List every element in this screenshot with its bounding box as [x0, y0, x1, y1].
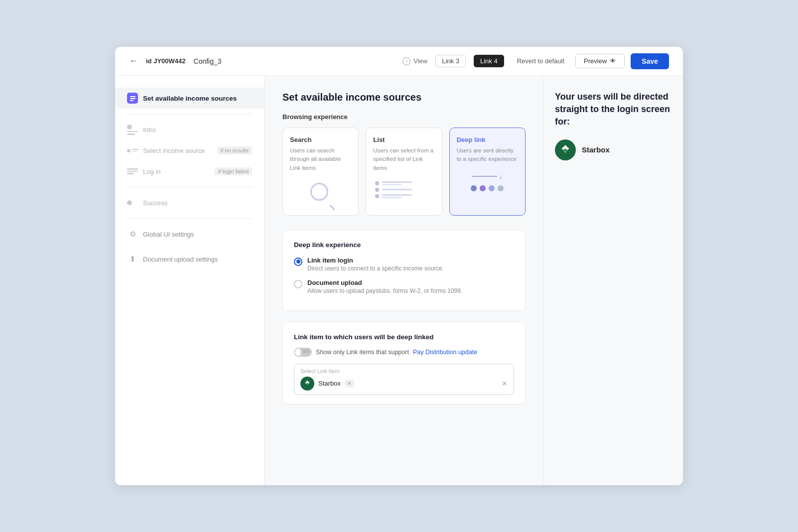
starbox-remove-tag[interactable]: ×: [345, 380, 354, 388]
radio-document-upload[interactable]: Document upload Allow users to upload pa…: [294, 279, 514, 294]
header-view: i View: [402, 57, 427, 65]
back-button[interactable]: ←: [129, 56, 138, 66]
deeplink-card-desc: Users are sent directly to a specific ex…: [457, 146, 518, 164]
radio-upload-content: Document upload Allow users to upload pa…: [307, 279, 462, 294]
toggle-off-label: OFF: [300, 349, 310, 355]
sidebar-step-label-select: Select income source: [143, 147, 205, 154]
radio-login-content: Link item login Direct users to connect …: [307, 257, 444, 272]
radio-circle-login: [294, 258, 302, 266]
sidebar-step-label-intro: Intro: [143, 126, 156, 133]
list-card[interactable]: List Users can select from a specified l…: [366, 128, 442, 216]
radio-login-label: Link item login: [307, 257, 444, 264]
svg-rect-2: [130, 100, 133, 101]
main-content: Set available income sources Browsing ex…: [265, 76, 543, 485]
clear-selection-button[interactable]: ✕: [502, 380, 508, 388]
search-illustration: [290, 178, 351, 208]
sidebar-active-item[interactable]: Set available income sources: [115, 88, 264, 109]
toggle-switch[interactable]: OFF: [294, 348, 312, 357]
header: ← id JY00W442 Config_3 i View Link 3 Lin…: [115, 47, 683, 76]
sidebar-global-ui[interactable]: ⚙ Global UI settings: [115, 224, 264, 245]
radio-circle-upload: [294, 280, 302, 288]
step-icon-login: [127, 166, 138, 177]
list-card-title: List: [373, 136, 434, 143]
sidebar-doc-label: Document upload settings: [143, 256, 218, 263]
search-card-desc: Users can search through all available L…: [290, 146, 351, 172]
page-title: Set available income sources: [282, 92, 526, 103]
settings-icon: ⚙: [127, 229, 138, 240]
sidebar-step-success[interactable]: Success: [115, 192, 264, 213]
toggle-row: OFF Show only Link items that support Pa…: [294, 348, 514, 357]
toggle-label: Show only Link items that support: [316, 349, 409, 356]
preview-button[interactable]: Preview 👁: [575, 54, 625, 68]
sidebar-doc-upload[interactable]: ⬆ Document upload settings: [115, 249, 264, 269]
select-link-value: Starbox × ✕: [300, 377, 508, 391]
sidebar-step-login[interactable]: Log in if login failed: [115, 161, 264, 182]
header-config: Config_3: [194, 57, 222, 65]
radio-login-desc: Direct users to connect to a specific in…: [307, 265, 444, 272]
save-button[interactable]: Save: [631, 53, 669, 69]
list-illustration: [373, 178, 434, 201]
search-card[interactable]: Search Users can search through all avai…: [282, 128, 359, 216]
sidebar-active-label: Set available income sources: [143, 95, 237, 102]
sidebar-step-select-income[interactable]: Select income source if no results: [115, 140, 264, 161]
starbox-logo-small: [300, 377, 314, 391]
right-panel-title: Your users will be directed straight to …: [555, 91, 672, 129]
starbox-tag: Starbox: [318, 380, 341, 387]
radio-upload-label: Document upload: [307, 279, 462, 286]
sidebar-step-label-success: Success: [143, 199, 167, 207]
browsing-cards: Search Users can search through all avai…: [282, 128, 526, 216]
toggle-link[interactable]: Pay Distribution update: [413, 349, 477, 356]
list-card-desc: Users can select from a specified list o…: [373, 146, 434, 172]
right-panel: Your users will be directed straight to …: [543, 76, 683, 485]
step-icon-success: [127, 197, 138, 208]
sidebar-step-tag-select: if no results: [217, 146, 252, 154]
link3-tab[interactable]: Link 3: [435, 55, 466, 67]
sidebar-divider-2: [127, 187, 252, 187]
sidebar-global-ui-label: Global UI settings: [143, 231, 194, 238]
sidebar-step-tag-login: if login failed: [215, 167, 252, 175]
step-icon-select: [127, 145, 138, 156]
deeplink-illustration: ↓: [457, 170, 518, 191]
sidebar: Set available income sources Intro: [115, 76, 265, 485]
deep-link-experience-section: Deep link experience Link item login Dir…: [282, 230, 526, 311]
eye-icon: 👁: [610, 57, 616, 65]
revert-button[interactable]: Revert to default: [512, 54, 569, 68]
link-item-section: Link item to which users will be deep li…: [282, 322, 526, 404]
sidebar-step-label-login: Log in: [143, 168, 160, 175]
svg-rect-1: [130, 98, 135, 99]
deeplink-card-title: Deep link: [457, 136, 518, 143]
right-brand-logo: [555, 139, 576, 160]
sidebar-divider-3: [127, 218, 252, 219]
select-link-box[interactable]: Select Link Item Starbox × ✕: [294, 364, 514, 395]
body-layout: Set available income sources Intro: [115, 76, 683, 485]
header-id: id JY00W442: [146, 57, 186, 65]
link-item-title: Link item to which users will be deep li…: [294, 333, 514, 341]
search-card-title: Search: [290, 136, 351, 143]
deeplink-card[interactable]: Deep link Users are sent directly to a s…: [449, 128, 526, 216]
right-brand-name: Starbox: [582, 145, 610, 154]
svg-rect-0: [130, 96, 135, 97]
deep-link-title: Deep link experience: [294, 241, 514, 249]
radio-link-item-login[interactable]: Link item login Direct users to connect …: [294, 257, 514, 272]
sidebar-step-intro[interactable]: Intro: [115, 119, 264, 140]
link4-tab[interactable]: Link 4: [474, 55, 504, 67]
upload-icon: ⬆: [127, 254, 138, 265]
header-actions: Revert to default Preview 👁 Save: [512, 53, 669, 69]
select-link-label: Select Link Item: [300, 368, 508, 374]
sidebar-divider: [127, 114, 252, 114]
step-icon-intro: [127, 124, 138, 135]
active-item-icon: [127, 93, 138, 104]
browsing-section-label: Browsing experience: [282, 113, 526, 121]
right-panel-brand: Starbox: [555, 139, 672, 160]
app-window: ← id JY00W442 Config_3 i View Link 3 Lin…: [115, 47, 683, 485]
info-icon: i: [402, 57, 410, 65]
radio-upload-desc: Allow users to upload paystubs, forms W-…: [307, 287, 462, 294]
